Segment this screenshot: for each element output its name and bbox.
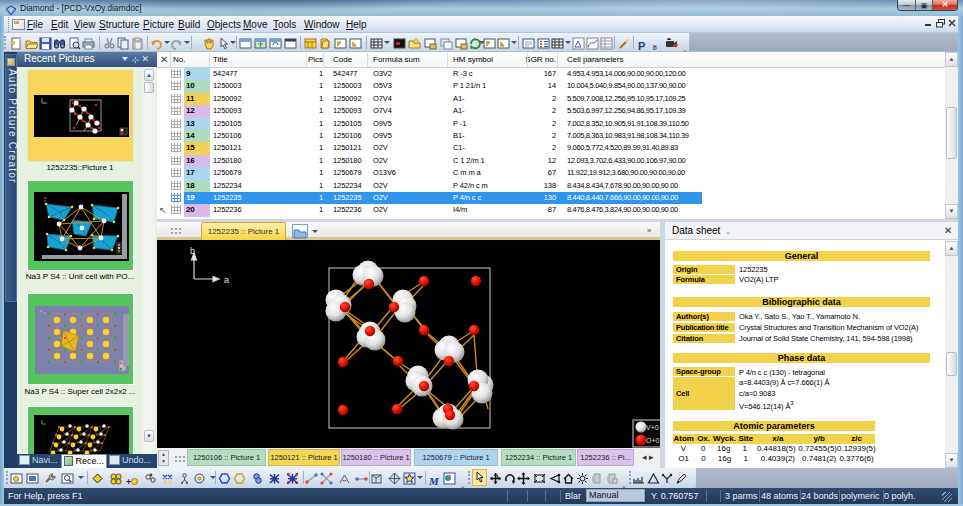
- svg-text:O+0: O+0: [646, 437, 660, 444]
- svg-text:b: b: [190, 246, 195, 256]
- svg-text:V+0: V+0: [646, 424, 659, 431]
- svg-text:a: a: [224, 275, 229, 285]
